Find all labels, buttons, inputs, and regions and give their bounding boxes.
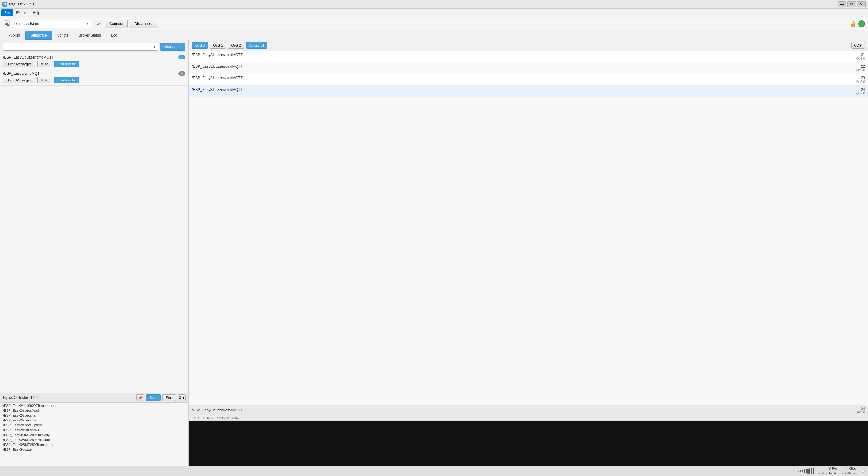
message-topic: /ESP_Easy3/buzzer/cmdMQTT <box>192 53 243 57</box>
qos1-button[interactable]: QoS 1 <box>210 42 226 49</box>
topics-collector-title: Topics Collector (112) <box>2 395 135 400</box>
up-speed: 2 KB/s ▲ <box>842 471 856 475</box>
net-bar-7 <box>809 468 810 474</box>
right-panel: QoS 0 QoS 1 QoS 2 Autoscroll CC▼ /ESP_Ea… <box>189 40 868 466</box>
status-speeds-tx: 1 KB/s 2 KB/s ▲ <box>842 467 856 475</box>
net-bar-6 <box>807 469 809 474</box>
topics-collector: Topics Collector (112) 📌 Scan Stop ⚙▼ /E… <box>0 392 188 466</box>
network-icons <box>798 468 814 474</box>
subscription-topic-1: /ESP_Easy3/buzzer/cmdMQTT <box>3 55 54 59</box>
menu-file[interactable]: File <box>1 9 13 16</box>
message-topic: /ESP_Easy3/buzzer/cmdMQTT <box>192 76 243 80</box>
list-item[interactable]: /ESP_Easy3/BME280/Temperature <box>0 442 188 447</box>
message-qos: QoS 0 <box>857 92 865 95</box>
message-meta: 24 QoS 0 <box>857 87 865 95</box>
menu-help[interactable]: Help <box>30 9 43 16</box>
toolbar-right: 🔒 <box>850 21 865 27</box>
disconnect-button[interactable]: Disconnect <box>130 20 157 28</box>
qos0-button[interactable]: QoS 0 <box>192 42 208 49</box>
settings-button[interactable]: ⚙ <box>94 20 102 28</box>
tab-broker-status[interactable]: Broker Status <box>73 31 106 40</box>
message-list: /ESP_Easy3/buzzer/cmdMQTT 21 QoS 0 /ESP_… <box>189 51 868 405</box>
message-row[interactable]: /ESP_Easy3/buzzer/cmdMQTT 23 QoS 0 <box>189 74 868 86</box>
connection-selector[interactable]: home assistant ▼ <box>12 20 91 28</box>
list-item[interactable]: /ESP_Easy2/specs/load <box>0 408 188 413</box>
subscription-item: /ESP_Easy3/buzzer/cmdMQTT 4 Dump Message… <box>0 53 188 69</box>
tab-subscribe[interactable]: Subscribe <box>25 31 52 40</box>
tab-log[interactable]: Log <box>106 31 122 40</box>
message-topic: /ESP_Easy3/buzzer/cmdMQTT <box>192 87 243 92</box>
list-item[interactable]: /ESP_Easy3/buzzer <box>0 447 188 452</box>
scan-button[interactable]: Scan <box>146 394 160 401</box>
menu-extras[interactable]: Extras <box>13 9 30 16</box>
detail-topic: /ESP_Easy3/buzzer/cmdMQTT <box>192 408 243 412</box>
topics-collector-header: Topics Collector (112) 📌 Scan Stop ⚙▼ <box>0 393 188 403</box>
list-item[interactable]: /ESP_Easy3/BME280/Humidity <box>0 433 188 437</box>
message-row[interactable]: /ESP_Easy3/buzzer/cmdMQTT 22 QoS 0 <box>189 62 868 74</box>
status-clock-icon: 🕐 <box>861 469 865 473</box>
topic-input-wrap: ▼ <box>3 43 158 51</box>
qos-toolbar: QoS 0 QoS 1 QoS 2 Autoscroll CC▼ <box>189 40 868 51</box>
status-bar: 0 B/s 451 KB/s ▼ 1 KB/s 2 KB/s ▲ 🕐 <box>0 466 868 476</box>
mute-button-2[interactable]: Mute <box>37 77 52 84</box>
connect-button[interactable]: Connect <box>105 20 128 28</box>
net-bar-4 <box>804 469 805 473</box>
minimize-button[interactable]: — <box>838 1 846 7</box>
message-meta: 21 QoS 0 <box>857 53 865 60</box>
unsubscribe-button-1[interactable]: Unsubscribe <box>54 61 79 67</box>
app-icon: M <box>2 2 7 7</box>
message-num: 23 <box>857 76 865 80</box>
settings-icon: ⚙ <box>96 21 100 26</box>
net-bar-5 <box>806 469 807 473</box>
detail-content-value: 1 <box>192 423 194 427</box>
topic-input[interactable] <box>3 44 152 49</box>
list-item[interactable]: /ESP_Easy2/specs/rssi <box>0 418 188 423</box>
net-bar-1 <box>798 471 800 472</box>
left-panel-top: ▼ Subscribe /ESP_Easy3/buzzer/cmdMQTT 4 … <box>0 40 188 392</box>
detail-header: /ESP_Easy3/buzzer/cmdMQTT 24 QoS 0 <box>189 405 868 415</box>
status-speeds: 0 B/s 451 KB/s ▼ <box>819 467 837 475</box>
message-row[interactable]: /ESP_Easy3/buzzer/cmdMQTT 24 QoS 0 <box>189 86 868 97</box>
list-item[interactable]: /ESP_Easy2/specs/ram <box>0 413 188 418</box>
connection-icon: 🔌 <box>3 21 10 27</box>
connection-dropdown-icon: ▼ <box>86 22 89 25</box>
subscribe-toolbar: ▼ Subscribe <box>0 40 188 53</box>
subscription-topic-2: /ESP_Easy3/cmdMQTT <box>3 71 42 76</box>
message-qos: QoS 0 <box>857 57 865 60</box>
list-item[interactable]: /ESP_Easy2/status/LWT <box>0 427 188 433</box>
topics-settings-button[interactable]: ⚙▼ <box>178 394 186 401</box>
close-button[interactable]: ✕ <box>857 1 866 7</box>
unsubscribe-button-2[interactable]: Unsubscribe <box>54 77 79 84</box>
message-meta: 23 QoS 0 <box>857 76 865 84</box>
qos2-button[interactable]: QoS 2 <box>228 42 244 49</box>
message-num: 21 <box>857 53 865 57</box>
message-qos: QoS 0 <box>857 68 865 72</box>
net-bar-3 <box>802 470 803 472</box>
subscribe-button[interactable]: Subscribe <box>160 43 185 51</box>
cc-button[interactable]: CC▼ <box>851 42 865 49</box>
maximize-button[interactable]: □ <box>847 1 856 7</box>
list-item[interactable]: /ESP_Easy2/specs/uptime <box>0 423 188 427</box>
list-item[interactable]: /ESP_Easy3/BME280/Pressure <box>0 437 188 442</box>
subscription-item-2: /ESP_Easy3/cmdMQTT 0 Dump Messages Mute … <box>0 69 188 86</box>
message-row[interactable]: /ESP_Easy3/buzzer/cmdMQTT 21 QoS 0 <box>189 51 868 62</box>
list-item[interactable]: /ESP_Easy2/ds10b20/ Temperature <box>0 403 188 408</box>
message-topic: /ESP_Easy3/buzzer/cmdMQTT <box>192 64 243 68</box>
dump-messages-button-1[interactable]: Dump Messages <box>3 61 35 67</box>
lock-icon: 🔒 <box>850 21 857 27</box>
window-controls: — □ ✕ <box>838 1 866 7</box>
detail-panel: /ESP_Easy3/buzzer/cmdMQTT 24 QoS 0 26-02… <box>189 405 868 466</box>
topics-settings-icon: ⚙ <box>179 395 182 400</box>
detail-content: 1 <box>189 420 868 466</box>
stop-button[interactable]: Stop <box>162 394 176 401</box>
subscription-actions-2: Dump Messages Mute Unsubscribe <box>3 77 185 84</box>
subscription-actions-1: Dump Messages Mute Unsubscribe <box>3 61 185 67</box>
subscription-badge-2: 0 <box>179 71 185 76</box>
topics-pin-button[interactable]: 📌 <box>136 394 144 401</box>
dump-messages-button-2[interactable]: Dump Messages <box>3 77 35 84</box>
mute-button-1[interactable]: Mute <box>37 61 52 67</box>
tab-scripts[interactable]: Scripts <box>52 31 74 40</box>
topic-dropdown-button[interactable]: ▼ <box>152 43 158 50</box>
autoscroll-button[interactable]: Autoscroll <box>246 42 268 49</box>
tab-publish[interactable]: Publish <box>3 31 25 40</box>
